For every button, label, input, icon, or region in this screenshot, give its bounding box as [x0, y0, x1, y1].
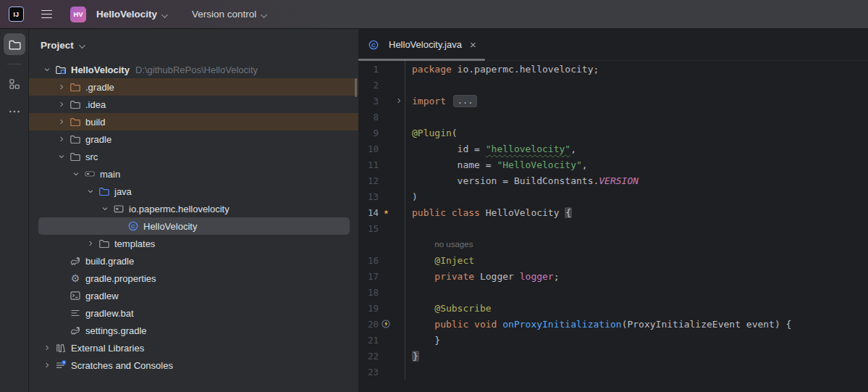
tree-item-hellovelocity[interactable]: CHelloVelocity	[29, 217, 358, 235]
code-line[interactable]: 21 }	[358, 332, 868, 348]
code-text[interactable]: @Subscribe	[405, 300, 868, 316]
editor-gutter[interactable]: 3	[358, 93, 405, 109]
code-text[interactable]	[405, 220, 868, 236]
scrollbar-thumb[interactable]	[355, 78, 357, 97]
chevron-down-icon[interactable]	[69, 168, 83, 180]
tree-item-build-gradle[interactable]: build.gradle	[29, 252, 358, 270]
tree-item-main[interactable]: main	[29, 165, 358, 183]
chevron-right-icon[interactable]	[54, 116, 69, 128]
folded-region[interactable]: ...	[453, 95, 478, 107]
code-line[interactable]: 3import ...	[358, 93, 868, 109]
code-line[interactable]: 22}	[358, 348, 868, 364]
code-line[interactable]: 14public class HelloVelocity {	[358, 204, 868, 220]
plugin-gutter-icon[interactable]	[379, 208, 393, 217]
code-text[interactable]: private Logger logger;	[405, 268, 868, 284]
editor-gutter[interactable]: 11	[358, 157, 405, 172]
code-text[interactable]: no usages	[405, 236, 868, 252]
editor-gutter[interactable]: 22	[358, 348, 405, 364]
editor-tab-hellovelocity[interactable]: C HelloVelocity.java ×	[358, 29, 485, 60]
chevron-right-icon[interactable]	[54, 81, 69, 93]
tree-item-java[interactable]: java	[29, 183, 358, 200]
code-text[interactable]	[405, 109, 868, 125]
code-line[interactable]: 18	[358, 284, 868, 300]
tree-item-hellovelocity[interactable]: HelloVelocityD:\githubRePos\HelloVelocit…	[29, 61, 358, 78]
code-line[interactable]: 15	[358, 220, 868, 236]
tree-item-gradlew-bat[interactable]: gradlew.bat	[29, 304, 358, 322]
tree-item-gradle[interactable]: gradle	[29, 130, 358, 148]
chevron-right-icon[interactable]	[54, 133, 69, 145]
tree-item-build[interactable]: build	[29, 113, 358, 130]
editor-gutter[interactable]: 16	[358, 252, 405, 268]
chevron-right-icon[interactable]	[83, 238, 98, 249]
project-tool-window-button[interactable]	[4, 33, 25, 55]
editor-gutter[interactable]: 21	[358, 332, 405, 348]
more-tool-windows-button[interactable]	[4, 101, 25, 122]
code-text[interactable]: name = "HelloVelocity",	[405, 157, 868, 172]
code-line[interactable]: no usages	[358, 236, 868, 252]
project-selector-button[interactable]: HelloVelocity	[90, 5, 174, 23]
tree-item-src[interactable]: src	[29, 148, 358, 165]
code-text[interactable]	[405, 284, 868, 300]
tree-item-external-libraries[interactable]: External Libraries	[29, 339, 358, 356]
chevron-down-icon[interactable]	[54, 151, 69, 162]
code-line[interactable]: 2	[358, 77, 868, 93]
code-text[interactable]: package io.papermc.hellovelocity;	[405, 61, 868, 77]
code-text[interactable]: import ...	[405, 93, 868, 109]
code-text[interactable]: id = "hellovelocity",	[405, 141, 868, 157]
chevron-right-icon[interactable]	[54, 99, 69, 110]
project-panel-header[interactable]: Project	[29, 29, 358, 61]
tree-item-templates[interactable]: templates	[29, 235, 358, 252]
code-line[interactable]: 20 public void onProxyInitialization(Pro…	[358, 316, 868, 332]
fold-indicator-icon[interactable]	[393, 96, 405, 105]
tree-item--idea[interactable]: .idea	[29, 96, 358, 113]
main-menu-button[interactable]	[35, 4, 57, 25]
editor-gutter[interactable]: 10	[358, 141, 405, 157]
code-text[interactable]: )	[405, 188, 868, 204]
code-text[interactable]	[405, 364, 868, 380]
code-editor[interactable]: 1package io.papermc.hellovelocity;23impo…	[358, 61, 868, 392]
code-line[interactable]: 19 @Subscribe	[358, 300, 868, 316]
code-text[interactable]: }	[405, 332, 868, 348]
code-text[interactable]: public class HelloVelocity {	[405, 204, 868, 220]
code-line[interactable]: 23	[358, 364, 868, 380]
code-text[interactable]: public void onProxyInitialization(ProxyI…	[405, 316, 868, 332]
chevron-down-icon[interactable]	[98, 203, 112, 214]
editor-gutter[interactable]: 9	[358, 125, 405, 141]
editor-gutter[interactable]: 17	[358, 268, 405, 284]
chevron-right-icon[interactable]	[40, 359, 54, 371]
code-line[interactable]: 9@Plugin(	[358, 125, 868, 141]
tree-item-scratches-and-consoles[interactable]: Scratches and Consoles	[29, 356, 358, 374]
editor-gutter[interactable]: 14	[358, 204, 405, 220]
code-line[interactable]: 12 version = BuildConstants.VERSION	[358, 172, 868, 188]
editor-gutter[interactable]: 15	[358, 220, 405, 236]
editor-gutter[interactable]: 13	[358, 188, 405, 204]
version-control-button[interactable]: Version control	[186, 5, 274, 23]
event-gutter-icon[interactable]	[379, 319, 393, 329]
code-text[interactable]: version = BuildConstants.VERSION	[405, 172, 868, 188]
editor-gutter[interactable]: 20	[358, 316, 405, 332]
code-line[interactable]: 13)	[358, 188, 868, 204]
chevron-right-icon[interactable]	[40, 342, 54, 354]
chevron-down-icon[interactable]	[40, 64, 54, 75]
code-line[interactable]: 17 private Logger logger;	[358, 268, 868, 284]
editor-gutter[interactable]	[358, 236, 405, 252]
code-text[interactable]: @Plugin(	[405, 125, 868, 141]
tree-item-gradlew[interactable]: gradlew	[29, 287, 358, 304]
code-text[interactable]: @Inject	[405, 252, 868, 268]
tree-item-settings-gradle[interactable]: settings.gradle	[29, 322, 358, 339]
close-icon[interactable]: ×	[470, 39, 476, 50]
editor-gutter[interactable]: 23	[358, 364, 405, 380]
code-line[interactable]: 1package io.papermc.hellovelocity;	[358, 61, 868, 77]
editor-gutter[interactable]: 19	[358, 300, 405, 316]
code-text[interactable]: }	[405, 348, 868, 364]
code-line[interactable]: 11 name = "HelloVelocity",	[358, 157, 868, 172]
code-text[interactable]	[405, 77, 868, 93]
tree-item--gradle[interactable]: .gradle	[29, 78, 358, 96]
editor-gutter[interactable]: 12	[358, 172, 405, 188]
editor-gutter[interactable]: 2	[358, 77, 405, 93]
code-line[interactable]: 8	[358, 109, 868, 125]
chevron-down-icon[interactable]	[83, 185, 98, 197]
tree-item-gradle-properties[interactable]: ⚙gradle.properties	[29, 270, 358, 287]
editor-gutter[interactable]: 8	[358, 109, 405, 125]
editor-gutter[interactable]: 18	[358, 284, 405, 300]
